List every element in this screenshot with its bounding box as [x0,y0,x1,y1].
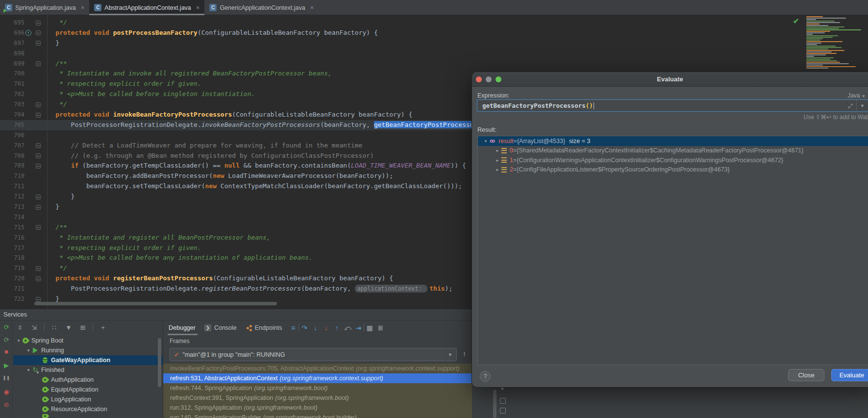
code-line[interactable]: 699– /** [0,59,868,69]
group-by-icon[interactable]: ∷ [50,324,59,331]
evaluate-button[interactable]: Evaluate [831,369,868,381]
fold-marker-icon[interactable]: – [36,102,41,107]
code-line[interactable]: 697– } [0,38,868,49]
add-frame-icon[interactable]: ⊞ [78,324,87,331]
line-number[interactable]: 711 [4,181,25,192]
pause-button[interactable]: ❚❚ [2,373,11,382]
code-minimap[interactable] [806,16,861,69]
services-tree-scrollbar[interactable] [158,338,161,387]
line-number[interactable]: 713 [4,202,25,212]
help-button[interactable]: ? [480,371,491,382]
line-number[interactable]: 718 [4,253,25,263]
frame-row[interactable]: refresh:744, SpringApplication (org.spri… [163,383,472,393]
services-tree-item[interactable]: ▾Running [13,345,163,355]
top-frame-icon[interactable]: ↑ [463,350,466,358]
drop-frame-icon[interactable]: ⤺ [342,324,353,332]
dialog-title-bar[interactable]: Evaluate [472,72,868,87]
fold-marker-icon[interactable]: – [36,276,41,281]
expand-editor-icon[interactable]: ⤢ [844,102,856,109]
hamburger-icon[interactable]: ≡ [288,324,298,332]
line-number[interactable]: 708 [4,151,25,161]
result-row[interactable]: ▾ooresult = {ArrayList@4533}size = 3 [478,136,868,146]
services-tree-item[interactable]: ▾↻Finished [13,365,163,375]
editor-horizontal-scrollbar[interactable] [34,302,277,305]
run-to-cursor-icon[interactable]: ⇥ [353,324,364,332]
evaluate-expression-icon[interactable]: ▦ [364,324,375,332]
chevron-down-icon[interactable]: ▾ [25,368,32,372]
fold-marker-icon[interactable]: – [36,143,41,148]
step-into-icon[interactable]: ↓ [310,324,321,332]
frame-row[interactable]: refresh:531, AbstractApplicationContext … [163,373,472,383]
fold-marker-icon[interactable]: – [36,30,41,35]
close-icon[interactable]: × [310,4,314,11]
language-selector[interactable]: Java ▼ [847,92,866,99]
fold-marker-icon[interactable]: – [36,195,41,199]
chevron-down-icon[interactable]: ▾ [15,338,22,343]
step-over-icon[interactable]: ↷ [299,324,310,332]
line-number[interactable]: 704 [4,110,25,120]
editor-tab[interactable]: CGenericApplicationContext.java× [204,0,319,15]
tab-endpoints[interactable]: Endpoints [243,321,288,335]
line-number[interactable]: 698 [4,49,25,59]
rerun-button[interactable]: ⟳ [2,322,11,331]
line-number[interactable]: 720 [4,273,25,284]
line-number[interactable]: 695 [4,18,25,28]
frame-row[interactable]: run:140, SpringApplicationBuilder (org.s… [163,413,472,418]
variables-panel-icon[interactable] [500,398,506,404]
line-number[interactable]: 721 [4,284,25,294]
line-number[interactable]: 715 [4,222,25,233]
close-icon[interactable]: × [196,4,200,11]
line-number[interactable]: 712 [4,192,25,202]
code-line[interactable]: 695– */ [0,18,868,28]
services-tree-item[interactable]: LogApplication [13,394,163,404]
force-step-into-icon[interactable]: ↓ [321,324,331,332]
override-method-icon[interactable]: ↑ [25,30,31,36]
fold-marker-icon[interactable]: – [36,153,41,158]
frame-row[interactable]: invokeBeanFactoryPostProcessors:705, Abs… [163,364,472,373]
fold-marker-icon[interactable]: – [36,61,41,66]
chevron-down-icon[interactable]: ▾ [482,139,490,144]
variables-scrollbar[interactable] [493,390,496,418]
collapse-all-icon[interactable]: ⇲ [30,324,39,331]
close-icon[interactable]: × [81,4,85,11]
frame-row[interactable]: run:312, SpringApplication (org.springfr… [163,403,472,413]
line-number[interactable]: 705 [4,120,25,130]
mute-breakpoints-button[interactable]: ⊘ [2,400,11,409]
line-number[interactable]: 699 [4,59,25,69]
add-service-icon[interactable]: + [99,324,107,331]
layout-settings-icon[interactable]: ≣ [375,324,386,332]
chevron-right-icon[interactable]: ▸ [494,158,501,163]
editor-tab[interactable]: CAbstractApplicationContext.java× [89,0,204,15]
result-row[interactable]: ▸2 = {ConfigFileApplicationListener$Prop… [478,165,868,175]
services-tree-item[interactable]: ▾Spring Boot [13,336,163,345]
code-line[interactable]: 696–↑ protected void postProcessBeanFact… [0,28,868,38]
line-number[interactable]: 709 [4,161,25,171]
line-number[interactable]: 697 [4,38,25,49]
chevron-down-icon[interactable]: ▾ [25,348,32,353]
stop-button[interactable]: ■ [2,347,11,356]
variables-panel-icon[interactable] [500,408,506,414]
line-number[interactable]: 722 [4,294,25,304]
line-number[interactable]: 706 [4,130,25,141]
fold-marker-icon[interactable]: – [36,266,41,271]
resume-button[interactable]: ▶ [2,361,11,369]
line-number[interactable]: 696 [4,28,25,38]
fold-marker-icon[interactable]: – [36,205,41,210]
services-tree-item[interactable]: AuthApplication [13,375,163,385]
expression-input[interactable]: getBeanFactoryPostProcessors() ⤢ ▼ [477,99,868,112]
services-tree-item[interactable]: ResourceApplication [13,404,163,414]
frame-row[interactable]: refreshContext:391, SpringApplication (o… [163,393,472,403]
chevron-right-icon[interactable]: ▸ [494,148,501,153]
chevron-right-icon[interactable]: ▸ [494,167,501,172]
fold-marker-icon[interactable]: – [36,113,41,118]
close-button[interactable]: Close [788,369,824,381]
fold-marker-icon[interactable]: – [36,225,41,230]
line-number[interactable]: 702 [4,89,25,99]
filter-icon[interactable]: ▼ [64,324,73,331]
line-number[interactable]: 710 [4,171,25,181]
line-number[interactable]: 701 [4,79,25,89]
fold-marker-icon[interactable]: – [36,41,41,46]
services-tree-item[interactable]: GateWayApplication [13,355,163,365]
tab-debugger[interactable]: Debugger [166,321,201,335]
result-row[interactable]: ▸0 = {SharedMetadataReaderFactoryContext… [478,146,868,156]
